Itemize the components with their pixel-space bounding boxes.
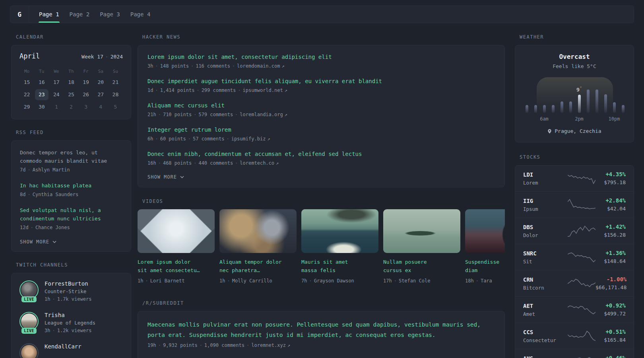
dashboard-columns: CALENDAR April Week 17·2024 MoTuWeThFrSa… — [0, 34, 644, 358]
avatar — [21, 282, 37, 298]
twitch-uptime: 3h — [45, 328, 50, 333]
separator-dot: · — [191, 63, 194, 69]
stock-sparkline — [568, 329, 596, 343]
stock-row[interactable]: IIGIpsum+2.84%$42.04 — [515, 191, 634, 218]
twitch-channel-info: TrishaLeague of Legends3h·1.2k viewers — [45, 312, 95, 333]
separator-dot: · — [188, 136, 191, 142]
hackernews-item-meta: 6h·60 points·57 comments·ipsumify.biz↗ — [147, 136, 495, 142]
separator-dot: · — [158, 112, 161, 117]
twitch-channel-list: LIVEForrestBurtonCounter-Strike1h·1.7k v… — [19, 280, 123, 358]
hn-item-domain[interactable]: ipsumworld.net — [243, 88, 283, 93]
twitch-channel-name[interactable]: Trisha — [45, 312, 95, 318]
stock-row[interactable]: LDILorem+4.35%$795.18 — [515, 165, 634, 191]
rss-item-age: 12d — [20, 225, 29, 230]
calendar-day-number: 16 — [35, 77, 48, 88]
twitch-channel-row[interactable]: LIVETrishaLeague of Legends3h·1.2k viewe… — [19, 312, 123, 333]
stock-row[interactable]: CRNBitcorn-1.00%$66,171.48 — [515, 270, 634, 296]
stock-row[interactable]: AETAmet+0.92%$499.72 — [515, 296, 634, 323]
stock-price: $499.72 — [596, 311, 626, 317]
calendar-widget: April Week 17·2024 MoTuWeThFrSaSu1516171… — [11, 45, 131, 119]
rss-item-author: Ashlyn Martin — [33, 167, 70, 173]
twitch-channel-row[interactable]: KendallCarr — [19, 343, 123, 358]
app-logo[interactable]: G — [10, 6, 29, 23]
twitch-uptime: 1h — [45, 296, 50, 302]
top-navigation-bar: G Page 1Page 2Page 3Page 4 — [10, 6, 634, 23]
hn-item-comments[interactable]: 116 comments — [196, 63, 230, 69]
rss-section-title: RSS FEED — [16, 130, 131, 135]
hackernews-show-more-button[interactable]: SHOW MORE — [147, 174, 184, 180]
calendar-day: 2 — [64, 101, 78, 113]
separator-dot: · — [394, 278, 397, 284]
stock-change: -1.00% — [596, 276, 627, 282]
hn-item-domain[interactable]: ipsumify.biz — [231, 136, 266, 142]
twitch-channel-name[interactable]: KendallCarr — [45, 343, 81, 350]
calendar-grid: MoTuWeThFrSaSu15161718192021222324252627… — [19, 66, 123, 113]
stock-values: +4.35%$795.18 — [596, 171, 626, 186]
hackernews-item-title[interactable]: Donec imperdiet augue tincidunt felis al… — [147, 77, 495, 85]
video-card[interactable]: Suspendisse diam18h·Tara — [465, 209, 505, 284]
hn-item-comments[interactable]: 57 comments — [193, 136, 224, 142]
subreddit-post-domain[interactable]: loremnet.xyz — [251, 342, 286, 348]
stock-symbol: LDI — [523, 171, 568, 178]
video-meta: 7h·Grayson Dawson — [301, 278, 378, 284]
twitch-channel-category: Counter-Strike — [45, 288, 91, 294]
stock-price: $148.64 — [596, 258, 626, 265]
rss-show-more-button[interactable]: SHOW MORE — [20, 239, 56, 245]
stock-row[interactable]: SNRCSit+1.36%$148.64 — [515, 244, 634, 270]
weather-temp-value: 9 — [576, 87, 580, 93]
separator-dot: · — [52, 296, 55, 302]
stock-row[interactable]: DBSDolor+1.42%$156.28 — [515, 218, 634, 244]
video-card[interactable]: Lorem ipsum dolor sit amet consectetu…1h… — [138, 209, 215, 284]
rss-item-title[interactable]: In hac habitasse platea — [20, 181, 122, 190]
hn-item-comments[interactable]: 299 comments — [202, 88, 236, 93]
calendar-day-number: 27 — [94, 89, 107, 100]
tab-page-3[interactable]: Page 3 — [95, 6, 125, 23]
hn-item-comments[interactable]: 440 comments — [198, 160, 233, 166]
hn-item-comments[interactable]: 579 comments — [198, 112, 233, 117]
hackernews-item-title[interactable]: Donec enim nibh, condimentum et accumsan… — [147, 150, 495, 158]
hackernews-item-meta: 16h·468 points·440 comments·loremtech.co… — [147, 160, 495, 166]
video-title: Aliquam tempor dolor nec pharetra… — [219, 258, 297, 274]
tab-page-1[interactable]: Page 1 — [34, 6, 64, 23]
hackernews-item-title[interactable]: Aliquam nec cursus elit — [147, 101, 495, 109]
hackernews-item-title[interactable]: Integer eget rutrum lorem — [147, 126, 495, 134]
subreddit-post-points: 9,932 points — [163, 342, 198, 348]
twitch-channel-row[interactable]: LIVEForrestBurtonCounter-Strike1h·1.7k v… — [19, 280, 123, 302]
separator-dot: · — [158, 342, 161, 348]
rss-item-title[interactable]: Sed volutpat nulla nisl, a condimentum n… — [20, 206, 122, 223]
stock-row[interactable]: CCSConsectetur+0.51%$165.84 — [515, 323, 634, 349]
stock-sparkline — [568, 198, 596, 212]
stock-symbol: SNRC — [523, 250, 568, 257]
subreddit-post-title[interactable]: Maecenas mollis pulvinar erat non posuer… — [147, 319, 495, 340]
tab-page-2[interactable]: Page 2 — [64, 6, 95, 23]
stock-identity: IIGIpsum — [523, 198, 568, 212]
hackernews-item-meta: 21h·710 points·579 comments·loremlandia.… — [147, 112, 495, 117]
hn-item-domain[interactable]: loremtech.co — [240, 160, 274, 166]
weather-bar — [587, 90, 590, 113]
video-title: Suspendisse diam — [465, 258, 505, 274]
stock-row[interactable]: AHS+0.46% — [515, 349, 634, 358]
video-card[interactable]: Nullam posuere cursus ex17h·Stefan Cole — [383, 209, 460, 284]
stock-change: +0.51% — [596, 329, 626, 335]
twitch-channel-name[interactable]: ForrestBurton — [45, 280, 91, 287]
twitch-section: TWITCH CHANNELS LIVEForrestBurtonCounter… — [11, 262, 131, 358]
separator-dot: · — [194, 112, 196, 117]
subreddit-post-meta: 19h·9,932 points·1,090 comments·loremnet… — [147, 342, 495, 348]
hackernews-item-title[interactable]: Lorem ipsum dolor sit amet, consectetur … — [147, 53, 495, 61]
rss-item-title[interactable]: Donec tempor eros leo, ut commodo mauris… — [20, 148, 122, 165]
video-card[interactable]: Aliquam tempor dolor nec pharetra…1h·Mol… — [219, 209, 297, 284]
weather-bar-current — [578, 95, 581, 113]
video-thumbnail — [138, 209, 215, 253]
stock-price: $795.18 — [596, 179, 626, 186]
hn-item-domain[interactable]: loremlandia.org — [240, 112, 283, 117]
calendar-day: 20 — [93, 76, 108, 88]
hn-item-domain[interactable]: loremdomain.com — [237, 63, 280, 69]
video-card[interactable]: Mauris sit amet massa felis7h·Grayson Da… — [301, 209, 378, 284]
stock-identity: DBSDolor — [523, 224, 568, 238]
subreddit-post-comments[interactable]: 1,090 comments — [204, 342, 244, 348]
weather-feels-like: Feels like 5°C — [522, 63, 627, 69]
weather-bar-slot — [522, 105, 531, 113]
separator-dot: · — [155, 88, 158, 93]
tab-page-4[interactable]: Page 4 — [125, 6, 156, 23]
weather-bar-slot — [619, 105, 627, 113]
